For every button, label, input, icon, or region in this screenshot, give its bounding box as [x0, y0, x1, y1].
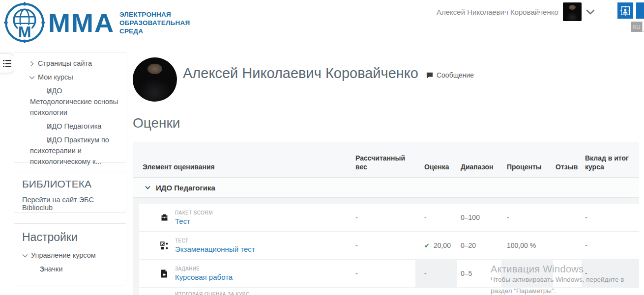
main-content: Алексей Николаевич Коровайченко Сообщени… — [133, 44, 644, 295]
cell-contribution: - — [582, 204, 639, 231]
chevron-right-icon[interactable] — [30, 58, 34, 69]
secondary-header-button[interactable] — [636, 2, 644, 19]
chevron-down-icon[interactable] — [30, 72, 34, 82]
cell-feedback — [553, 260, 582, 287]
chevron-right-icon[interactable] — [39, 134, 43, 145]
user-avatar — [563, 2, 582, 21]
cell-grade: - — [415, 204, 457, 231]
cell-feedback — [553, 232, 582, 259]
sidebar-item-course-pedagogy[interactable]: ИДО Педагогика — [21, 121, 119, 132]
col-header-contribution: Вклад в итог курса — [582, 154, 639, 171]
item-type-label: ЗАДАНИЕ — [175, 266, 233, 271]
chevron-down-icon[interactable] — [23, 250, 28, 261]
table-row-scorm-test: ПАКЕТ SCORM Тест - - 0–100 - - — [139, 204, 639, 232]
message-button[interactable]: Сообщение — [426, 71, 474, 79]
item-link-exam-test[interactable]: Экзаменационный тест — [175, 245, 255, 253]
cell-weight: - — [349, 260, 415, 287]
library-block-title: БИБЛИОТЕКА — [22, 178, 118, 190]
grades-table-header: Элемент оценивания Рассчитанный вес Оцен… — [133, 142, 639, 177]
language-ru-button[interactable]: RU — [631, 22, 642, 32]
cell-weight: - — [349, 204, 415, 231]
library-block: БИБЛИОТЕКА Перейти на сайт ЭБС Biblioclu… — [14, 171, 126, 213]
assignment-icon — [160, 269, 169, 278]
chevron-right-icon[interactable] — [32, 264, 36, 274]
category-row-pedagogy[interactable]: ИДО Педагогика — [133, 177, 639, 198]
library-link[interactable]: Перейти на сайт ЭБС Biblioclub — [22, 196, 118, 212]
settings-block-title: Настройки — [22, 231, 118, 244]
item-link-test[interactable]: Тест — [175, 217, 213, 225]
settings-tree: Управление курсом Значки — [22, 250, 118, 274]
chevron-right-icon[interactable] — [39, 121, 43, 132]
cell-weight: - — [349, 232, 415, 259]
sidebar-item-course-administration[interactable]: Управление курсом — [22, 250, 118, 261]
item-type-label: ПАКЕТ SCORM — [175, 210, 213, 215]
check-pass-icon: ✔ — [424, 242, 430, 249]
settings-block: Настройки Управление курсом Значки — [14, 223, 126, 286]
chevron-down-icon — [145, 186, 150, 189]
cell-contribution: - — [582, 232, 639, 259]
cell-range: 0–5 — [457, 260, 501, 287]
sidebar-item-badges[interactable]: Значки — [22, 264, 118, 274]
cell-contribution: - — [582, 260, 639, 287]
svg-text:М: М — [18, 23, 31, 41]
col-header-weight: Рассчитанный вес — [349, 154, 415, 171]
mma-logo[interactable]: М ММА ЭЛЕКТРОННАЯ ОБРАЗОВАТЕЛЬНАЯ СРЕДА — [4, 1, 190, 44]
table-row-course-total: ИТОГОВАЯ ОЦЕНКА ЗА КУРС — [139, 288, 639, 295]
item-type-label: ИТОГОВАЯ ОЦЕНКА ЗА КУРС — [175, 292, 249, 295]
page-title: Оценки — [133, 115, 644, 131]
chevron-down-icon — [586, 9, 595, 15]
profile-name: Алексей Николаевич Коровайченко — [183, 65, 418, 81]
logo-acronym: ММА — [48, 7, 115, 38]
globe-logo-icon: М — [4, 1, 45, 44]
cell-percent: - — [501, 204, 553, 231]
cell-feedback — [553, 204, 582, 231]
list-menu-icon — [3, 60, 11, 67]
chevron-right-icon[interactable] — [39, 85, 43, 96]
item-link-coursework[interactable]: Курсовая работа — [175, 273, 233, 281]
cell-percent — [501, 260, 553, 287]
quiz-icon — [160, 241, 169, 250]
sidebar-item-my-courses[interactable]: Мои курсы — [21, 72, 119, 82]
scorm-package-icon — [160, 214, 169, 221]
item-type-label: ТЕСТ — [175, 238, 255, 243]
cell-range: 0–100 — [457, 204, 501, 231]
cell-grade: - — [415, 260, 457, 287]
cell-grade: ✔ 20,00 — [415, 232, 457, 259]
col-header-item: Элемент оценивания — [133, 162, 349, 171]
top-header: М ММА ЭЛЕКТРОННАЯ ОБРАЗОВАТЕЛЬНАЯ СРЕДА … — [0, 0, 644, 45]
col-header-percent: Проценты — [501, 162, 553, 171]
speech-bubble-icon — [426, 72, 433, 79]
course-nav-block: Страницы сайта Мои курсы ИДО Методологич… — [14, 53, 126, 163]
user-menu[interactable]: Алексей Николаевич Коровайченко — [437, 1, 595, 23]
user-name: Алексей Николаевич Коровайченко — [437, 8, 558, 16]
profile-avatar — [133, 57, 177, 102]
sidebar-item-site-pages[interactable]: Страницы сайта — [21, 58, 119, 69]
table-row-exam-test: ТЕСТ Экзаменационный тест - ✔ 20,00 0–20… — [139, 232, 639, 260]
col-header-feedback: Отзыв — [553, 162, 582, 171]
person-in-frame-icon — [620, 5, 631, 16]
col-header-range: Диапазон — [457, 162, 501, 171]
user-profile-header: Алексей Николаевич Коровайченко Сообщени… — [133, 57, 644, 102]
sidebar-item-course-methodology[interactable]: ИДО Методологические основы психологии — [21, 85, 119, 118]
table-row-coursework: ЗАДАНИЕ Курсовая работа - - 0–5 - — [139, 260, 639, 288]
logo-tagline: ЭЛЕКТРОННАЯ ОБРАЗОВАТЕЛЬНАЯ СРЕДА — [119, 10, 190, 35]
accessibility-version-button[interactable] — [617, 2, 633, 19]
cell-range: 0–20 — [457, 232, 501, 259]
col-header-grade: Оценка — [415, 162, 457, 171]
sidebar-item-course-practicum[interactable]: ИДО Практикум по психотерапии и психолог… — [21, 134, 119, 167]
course-nav-tree: Страницы сайта Мои курсы ИДО Методологич… — [21, 58, 119, 181]
grades-table: Элемент оценивания Рассчитанный вес Оцен… — [133, 142, 639, 295]
cell-percent: 100,00 % — [501, 232, 553, 259]
